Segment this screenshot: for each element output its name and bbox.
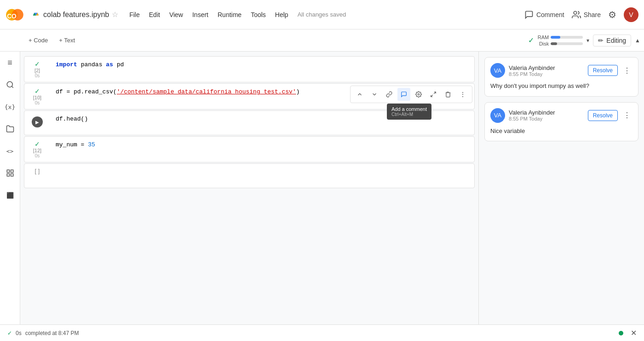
code-dfhead: df.head() [56,116,88,122]
cell-1-number: [2] [34,68,40,73]
sidebar-terminal-icon[interactable]: ⬛ [3,188,17,202]
star-icon[interactable]: ☆ [112,10,118,19]
cell-2-number: [10] [33,95,41,100]
file-name-area: colab features.ipynb ☆ [31,10,118,19]
comment-1-text: Why don't you import numpy as well? [490,81,632,91]
user-avatar[interactable]: V [624,7,638,22]
cell-2: ✓ [10] 0s df = pd.read_csv('/content/sam… [24,83,475,110]
comment-button[interactable]: Comment [524,10,564,19]
file-name[interactable]: colab features.ipynb [43,11,109,19]
menu-help[interactable]: Help [271,9,292,20]
menu-view[interactable]: View [166,9,187,20]
sidebar-code-icon[interactable]: <> [3,144,17,158]
sidebar-toc-icon[interactable]: ≡ [3,55,17,70]
sidebar-search-icon[interactable] [3,77,17,92]
code-str-path: '/content/sample_data/california_housing… [117,88,296,95]
resolve-button-1[interactable]: Resolve [588,65,618,76]
more-options-comment-1[interactable]: ⋮ [621,65,632,76]
bottom-bar: ✓ 0s completed at 8:47 PM ✕ [0,324,644,341]
cell-2-gutter: ✓ [10] 0s [24,84,50,109]
disk-label: Disk [539,41,549,46]
cell-4-content[interactable]: my_num = 35 [50,137,474,155]
cell-4-time: 0s [35,153,40,158]
colab-logo-icon: CO [6,6,24,24]
code-mynum-var: my_num [56,141,81,148]
keyword-as: as [106,61,113,68]
share-button[interactable]: Share [572,10,601,19]
menu-tools[interactable]: Tools [247,9,270,20]
menu-file[interactable]: File [126,9,144,20]
comment-2-text: Nice variable [490,127,632,136]
cell-1-content[interactable]: import pandas as pd [50,57,474,75]
close-bottom-bar-button[interactable]: ✕ [631,329,637,337]
cell-5: [ ] [24,163,475,188]
more-options-comment-2[interactable]: ⋮ [621,110,632,121]
sidebar-files-icon[interactable] [3,121,17,136]
menu-runtime[interactable]: Runtime [214,9,245,20]
svg-line-11 [431,95,433,97]
top-bar: CO colab features.ipynb ☆ File Edit View… [0,0,644,29]
add-text-button[interactable]: + Text [53,34,80,46]
tooltip-shortcut: Ctrl+Alt+M [391,112,427,117]
move-up-button[interactable] [353,88,366,101]
left-sidebar: ≡ {x} <> ⬛ [0,52,20,324]
code-mynum-op: = [81,141,88,148]
code-var-df: df [56,88,66,95]
cell-1-gutter: ✓ [2] 0s [24,57,50,82]
code-mynum-val: 35 [88,141,95,148]
all-changes-saved: All changes saved [298,11,346,18]
top-right-area: Comment Share ⚙ V [524,7,638,22]
move-down-button[interactable] [368,88,381,101]
resolve-button-2[interactable]: Resolve [588,110,618,121]
second-bar: + Code + Text ✓ RAM Disk ▾ ✏ Editing ▲ [0,29,644,52]
comment-1-author-area: Valeria Aynbinder 8:55 PM Today [509,64,584,77]
drive-icon [31,10,40,19]
comment-icon [524,10,534,19]
cell-4-gutter: ✓ [12] 0s [24,137,50,162]
add-comment-button[interactable] [397,88,410,101]
disk-progress-fill [551,42,557,45]
more-options-button[interactable]: ⋮ [456,88,469,101]
sidebar-variables-icon[interactable]: {x} [3,99,17,114]
cell-2-time: 0s [35,100,40,105]
comment-label: Comment [536,11,564,18]
svg-point-3 [7,81,12,87]
share-icon [572,10,581,19]
run-cell-button[interactable]: ▶ [32,116,43,127]
settings-icon[interactable]: ⚙ [608,9,616,20]
cell-4-number: [12] [33,148,41,153]
chevron-up-icon[interactable]: ▲ [635,37,640,44]
svg-rect-5 [7,170,9,172]
bottom-status: 0s [16,330,22,336]
menu-edit[interactable]: Edit [145,9,164,20]
cell-5-content[interactable] [50,164,474,182]
cell-2-status: ✓ [34,87,40,95]
cell-5-number: [ ] [35,168,40,174]
comment-card-1: VA Valeria Aynbinder 8:55 PM Today Resol… [484,57,638,97]
cell-1: ✓ [2] 0s import pandas as pd [24,56,475,82]
svg-rect-7 [7,174,9,176]
editing-label: Editing [606,37,626,44]
bottom-completed: completed at 8:47 PM [25,330,79,336]
link-button[interactable] [383,88,396,101]
svg-point-2 [574,11,577,14]
menu-bar: File Edit View Insert Runtime Tools Help… [126,9,346,20]
delete-cell-button[interactable] [442,88,454,101]
keyword-import: import [56,61,77,68]
cell-5-gutter: [ ] [24,164,50,178]
resources-dropdown[interactable]: ▾ [586,37,589,44]
add-code-button[interactable]: + Code [23,34,53,46]
ram-progress [551,36,583,39]
editing-button[interactable]: ✏ Editing [593,35,631,46]
menu-insert[interactable]: Insert [189,9,212,20]
cell-4-status: ✓ [34,140,40,148]
code-paren-close: ) [296,88,300,95]
expand-button[interactable] [427,88,440,101]
disk-progress [551,42,583,45]
comment-2-avatar: VA [490,108,505,123]
add-comment-tooltip: Add a comment Ctrl+Alt+M [387,104,431,120]
settings-cell-button[interactable] [412,88,425,101]
comment-1-avatar: VA [490,63,505,78]
code-op-eq: = [66,88,74,95]
sidebar-snippets-icon[interactable] [3,166,17,180]
